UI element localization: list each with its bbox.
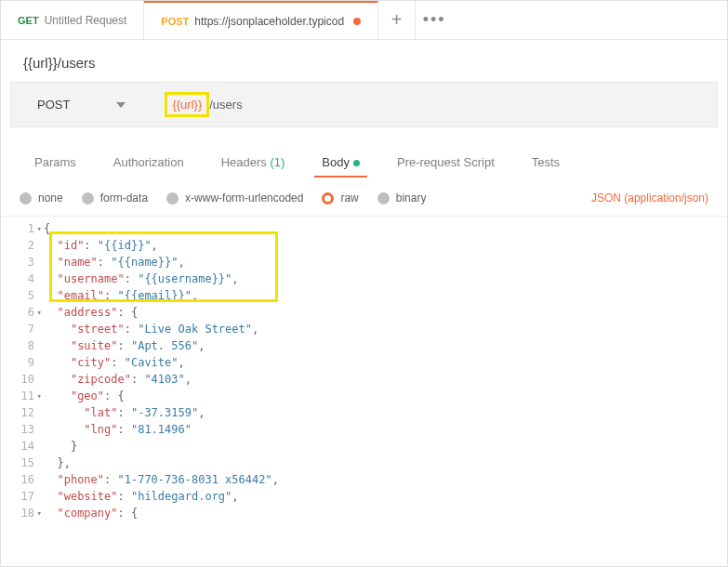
radio-label: form-data bbox=[100, 191, 148, 204]
radio-urlencoded[interactable]: x-www-form-urlencoded bbox=[166, 191, 303, 204]
subtab-authorization[interactable]: Authorization bbox=[95, 148, 203, 177]
method-select[interactable]: POST bbox=[24, 92, 163, 117]
url-input[interactable]: {{url}}/users bbox=[163, 92, 704, 117]
request-subtabs: Params Authorization Headers (1) Body Pr… bbox=[1, 127, 727, 177]
subtab-body[interactable]: Body bbox=[303, 148, 378, 177]
subtab-params[interactable]: Params bbox=[16, 148, 95, 177]
tab-active[interactable]: POST https://jsonplaceholder.typicod bbox=[144, 1, 378, 39]
radio-raw[interactable]: raw bbox=[322, 191, 358, 204]
subtab-tests[interactable]: Tests bbox=[513, 148, 578, 177]
headers-count: (1) bbox=[270, 155, 285, 169]
url-path: /users bbox=[209, 95, 242, 114]
line-gutter: 1 2 3 4 5 6 7 8 9 10 11 12 13 14 15 16 1… bbox=[1, 220, 44, 521]
radio-icon bbox=[322, 192, 334, 204]
radio-form-data[interactable]: form-data bbox=[82, 191, 148, 204]
subtab-label: Body bbox=[322, 155, 350, 169]
radio-icon bbox=[377, 192, 390, 204]
url-variable: {{url}} bbox=[165, 92, 209, 117]
radio-icon bbox=[20, 192, 32, 204]
tab-more-button[interactable]: ••• bbox=[416, 1, 453, 39]
tab-title: Untitled Request bbox=[45, 14, 127, 27]
chevron-down-icon bbox=[116, 102, 126, 108]
request-bar: POST {{url}}/users bbox=[10, 82, 718, 127]
radio-none[interactable]: none bbox=[20, 191, 63, 204]
code-content[interactable]: { "id": "{{id}}", "name": "{{name}}", "u… bbox=[44, 220, 727, 521]
code-editor[interactable]: 1 2 3 4 5 6 7 8 9 10 11 12 13 14 15 16 1… bbox=[1, 217, 727, 521]
subtab-headers[interactable]: Headers (1) bbox=[203, 148, 304, 177]
radio-label: binary bbox=[396, 191, 427, 204]
tab-untitled[interactable]: GET Untitled Request bbox=[1, 1, 144, 39]
content-type-select[interactable]: JSON (application/json) bbox=[591, 191, 708, 204]
body-active-dot-icon bbox=[353, 160, 360, 166]
new-tab-button[interactable]: + bbox=[378, 1, 416, 39]
radio-label: raw bbox=[340, 191, 358, 204]
radio-label: x-www-form-urlencoded bbox=[185, 191, 303, 204]
method-badge-post: POST bbox=[161, 16, 189, 27]
radio-binary[interactable]: binary bbox=[377, 191, 427, 204]
request-name[interactable]: {{url}}/users bbox=[1, 40, 727, 82]
radio-icon bbox=[82, 192, 94, 204]
tab-bar: GET Untitled Request POST https://jsonpl… bbox=[1, 1, 727, 40]
method-badge-get: GET bbox=[18, 15, 39, 26]
radio-icon bbox=[166, 192, 179, 204]
radio-label: none bbox=[38, 191, 63, 204]
body-type-options: none form-data x-www-form-urlencoded raw… bbox=[1, 177, 727, 217]
subtab-prerequest[interactable]: Pre-request Script bbox=[378, 148, 513, 177]
subtab-label: Headers bbox=[221, 155, 267, 169]
method-value: POST bbox=[37, 98, 70, 112]
unsaved-dot-icon bbox=[353, 18, 361, 25]
tab-title: https://jsonplaceholder.typicod bbox=[194, 15, 344, 28]
